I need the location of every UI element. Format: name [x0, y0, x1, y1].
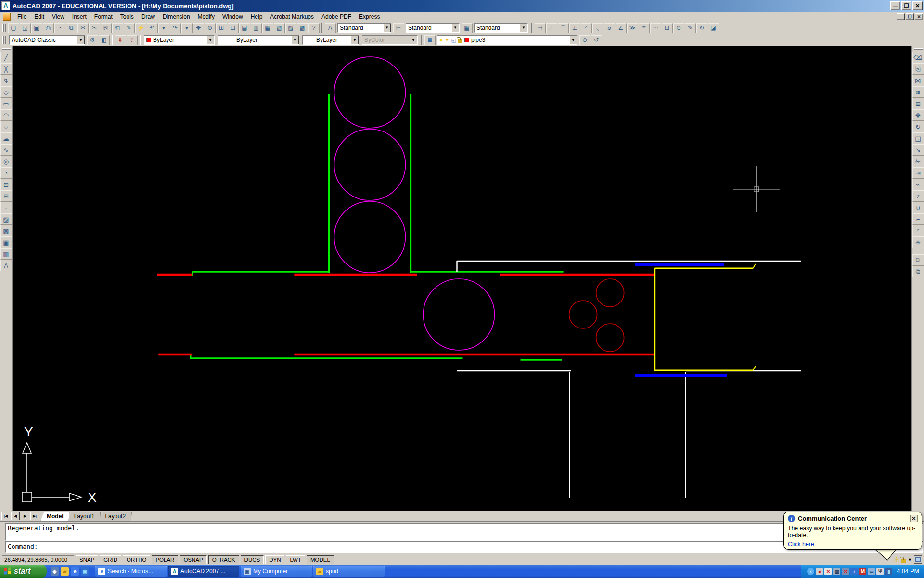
menu-modify[interactable]: Modify [194, 13, 218, 21]
draw-order-front-button[interactable]: ⧉ [912, 254, 924, 266]
layer-viewport-icon[interactable]: ◱ [451, 37, 456, 43]
insert-block-button[interactable]: ⊡ [0, 179, 12, 190]
linetype-combo[interactable]: ByLayer ▼ [218, 35, 299, 45]
trim-button[interactable]: ✁ [912, 156, 924, 167]
draw-order-back-button[interactable]: ⧉ [912, 266, 924, 277]
plot-button[interactable]: ⎙ [43, 23, 54, 33]
block-editor-button[interactable]: ⚡ [135, 23, 146, 33]
point-button[interactable]: ∙ [0, 202, 12, 213]
mdi-close-button[interactable]: ✕ [915, 13, 923, 20]
launch-app-icon[interactable]: ◈ [51, 567, 59, 576]
zoom-realtime-button[interactable]: ⊕ [205, 23, 216, 33]
menu-file[interactable]: File [13, 13, 30, 21]
coordinate-readout[interactable]: 26.4894, 29.8665, 0.0000 [2, 555, 74, 564]
dim-arc-length-button[interactable]: ⌒ [558, 23, 569, 33]
hide-tray-chevron-icon[interactable]: ‹ [807, 568, 814, 575]
start-button[interactable]: start [0, 565, 47, 578]
qnew-button[interactable]: ▢ [8, 23, 19, 33]
toggle-dyn[interactable]: DYN [265, 555, 284, 564]
gradient-button[interactable]: ▩ [0, 225, 12, 236]
m-app-icon[interactable]: M [859, 568, 866, 575]
dim-diameter-button[interactable]: ⌀ [604, 23, 615, 33]
menu-dimension[interactable]: Dimension [159, 13, 194, 21]
toolbar-lock-icon[interactable] [901, 559, 906, 563]
toolbar-grip[interactable] [2, 48, 11, 50]
break-button[interactable]: ≠ [912, 190, 924, 202]
construction-line-button[interactable]: ╳ [0, 63, 12, 75]
toggle-snap[interactable]: SNAP [76, 555, 98, 564]
dim-angular-button[interactable]: ∠ [616, 23, 627, 33]
layer-lock-icon[interactable] [458, 39, 462, 43]
rotate-button[interactable]: ↻ [912, 121, 924, 132]
quickcalc-button[interactable]: ▩ [297, 23, 308, 33]
toolbar-grip[interactable] [2, 36, 4, 44]
dim-aligned-button[interactable]: ⋰ [546, 23, 557, 33]
menu-tools[interactable]: Tools [116, 13, 138, 21]
minimize-button[interactable]: — [890, 1, 900, 10]
lineweight-combo[interactable]: ByLayer ▼ [302, 35, 359, 45]
network-offline-icon[interactable]: ✕ [842, 568, 849, 575]
stretch-button[interactable]: ↘ [912, 144, 924, 156]
drawing-canvas[interactable]: YX [13, 46, 911, 511]
launch-folder-icon[interactable]: ▰ [61, 567, 69, 576]
menu-view[interactable]: View [48, 13, 68, 21]
menu-window[interactable]: Window [218, 13, 247, 21]
toggle-lwt[interactable]: LWT [286, 555, 305, 564]
mdi-minimize-button[interactable]: — [897, 13, 905, 20]
properties-button[interactable]: ▤ [239, 23, 250, 33]
toggle-polar[interactable]: POLAR [152, 555, 178, 564]
text-style-combo[interactable]: Standard▼ [337, 23, 391, 33]
open-button[interactable]: ◱ [20, 23, 31, 33]
toolbar-grip[interactable] [914, 48, 923, 50]
workspace-combo[interactable]: AutoCAD Classic▼ [9, 35, 85, 45]
make-object-layer-current-button[interactable]: ⊙ [579, 35, 590, 45]
dim-edit-button[interactable]: ✎ [685, 23, 696, 33]
spline-button[interactable]: ∿ [0, 144, 12, 156]
scale-button[interactable]: ◱ [912, 132, 924, 144]
arc-button[interactable]: ◠ [0, 109, 12, 121]
tab-model[interactable]: Model [40, 512, 70, 521]
table-button[interactable]: ▦ [0, 248, 12, 260]
click-here-link[interactable]: Click here. [788, 541, 816, 548]
command-window-grip[interactable] [1, 523, 4, 553]
dim-radius-button[interactable]: ◜ [581, 23, 592, 33]
volume-icon[interactable]: ♪ [850, 568, 858, 575]
revision-cloud-button[interactable]: ☁ [0, 132, 12, 144]
layer-freeze-sun-icon[interactable]: ☀ [445, 37, 449, 43]
launch-ie-icon[interactable]: e [71, 567, 79, 576]
chevron-down-icon[interactable]: ▼ [383, 24, 391, 32]
task-search[interactable]: eSearch - Micros... [95, 566, 167, 577]
pc-signal-icon[interactable]: ▥ [833, 568, 840, 575]
menu-draw[interactable]: Draw [138, 13, 159, 21]
zoom-window-button[interactable]: ⊞ [216, 23, 227, 33]
dim-style-combo[interactable]: Standard▼ [406, 23, 460, 33]
markup-manager-button[interactable]: ▨ [285, 23, 296, 33]
close-button[interactable]: ✕ [912, 1, 923, 10]
menu-express[interactable]: Express [355, 13, 384, 21]
menu-help[interactable]: Help [247, 13, 267, 21]
break-at-point-button[interactable]: ⌁ [912, 179, 924, 190]
explode-button[interactable]: ✳ [912, 236, 924, 248]
chevron-down-icon[interactable]: ▼ [451, 24, 459, 32]
tab-layout1[interactable]: Layout1 [68, 512, 101, 521]
circle-button[interactable]: ○ [0, 121, 12, 132]
move-button[interactable]: ✥ [912, 109, 924, 121]
dim-baseline-button[interactable]: ≡ [639, 23, 650, 33]
mdi-restore-button[interactable]: ❐ [906, 13, 914, 20]
dim-update-button[interactable]: ↻ [696, 23, 707, 33]
task-spud[interactable]: ▰spud [313, 566, 385, 577]
erase-button[interactable]: ⌫ [912, 52, 924, 63]
match-properties-button[interactable]: ✎ [124, 23, 135, 33]
extend-button[interactable]: ⇥ [912, 167, 924, 179]
menu-insert[interactable]: Insert [68, 13, 90, 21]
toggle-osnap[interactable]: OSNAP [180, 555, 206, 564]
etransmit-button[interactable]: ✉ [77, 23, 89, 33]
redo-button[interactable]: ↷ [170, 23, 181, 33]
designcenter-button[interactable]: ▥ [251, 23, 262, 33]
task-my-computer[interactable]: ▣My Computer [241, 566, 312, 577]
tab-layout2[interactable]: Layout2 [99, 512, 132, 521]
clean-screen-button[interactable] [914, 555, 922, 564]
toolbar-grip[interactable] [2, 24, 4, 32]
toggle-ortho[interactable]: ORTHO [123, 555, 150, 564]
layer-previous-button[interactable]: ↺ [591, 35, 602, 45]
